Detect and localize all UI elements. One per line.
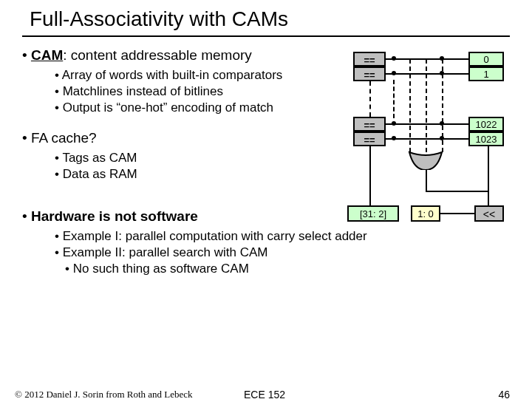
wire bbox=[393, 73, 443, 75]
wire bbox=[440, 213, 474, 214]
comparator-box: == bbox=[353, 132, 386, 146]
or-gate-icon bbox=[408, 151, 443, 170]
wire bbox=[443, 73, 468, 75]
course-label: ECE 152 bbox=[244, 389, 285, 399]
wire-dashed bbox=[369, 81, 371, 117]
title-rule bbox=[22, 35, 510, 37]
wire-dashed bbox=[393, 80, 395, 118]
comparator-box: == bbox=[353, 66, 386, 81]
cam-diagram: == == == == 0 1 1022 1023 bbox=[340, 52, 517, 244]
cam-rest: : content addressable memory bbox=[63, 47, 252, 63]
wire bbox=[393, 138, 443, 140]
wire bbox=[488, 146, 489, 205]
index-box: 0 bbox=[468, 52, 504, 66]
wire bbox=[426, 170, 427, 191]
copyright-text: © 2012 Daniel J. Sorin from Roth and Leb… bbox=[15, 389, 193, 399]
tag-field-box: [31: 2] bbox=[347, 205, 399, 222]
comparator-box: == bbox=[353, 52, 386, 66]
wire bbox=[369, 146, 371, 205]
hw-sub-3: No such thing as software CAM bbox=[65, 262, 510, 276]
slide-title: Full-Associativity with CAMs bbox=[22, 7, 510, 34]
hw-sub-2: Example II: parallel search with CAM bbox=[55, 245, 510, 260]
fa-text: FA cache? bbox=[31, 130, 97, 146]
index-box: 1023 bbox=[468, 132, 504, 146]
wire bbox=[443, 58, 468, 60]
wire bbox=[393, 58, 443, 60]
wire bbox=[443, 123, 468, 125]
offset-field-box: 1: 0 bbox=[411, 205, 440, 222]
wire bbox=[470, 191, 489, 192]
wire bbox=[426, 191, 470, 192]
page-number: 46 bbox=[498, 389, 510, 399]
comparator-box: == bbox=[353, 117, 386, 132]
wire bbox=[393, 123, 443, 125]
shift-box: << bbox=[474, 205, 504, 222]
index-box: 1022 bbox=[468, 117, 504, 132]
wire bbox=[443, 138, 468, 140]
hw-text: Hardware is not software bbox=[31, 208, 198, 224]
index-box: 1 bbox=[468, 66, 504, 81]
cam-label: CAM bbox=[31, 47, 63, 63]
